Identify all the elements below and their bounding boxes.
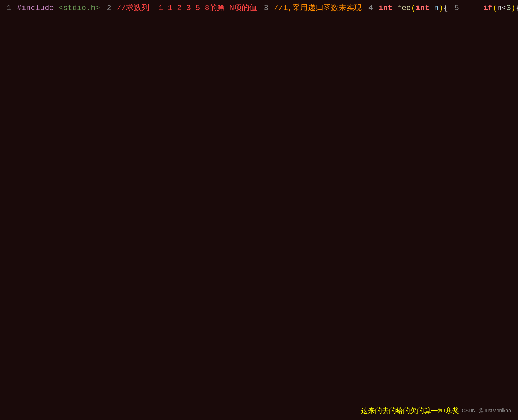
line-number: 4 — [362, 3, 379, 14]
code-line: 5 if(n<3){ — [448, 3, 518, 14]
line-code: //求数列 1 1 2 3 5 8的第 N项的值 — [117, 3, 257, 14]
footer-text: 这来的去的给的欠的算一种寒奖 — [361, 406, 459, 416]
footer-author: @JustMonikaa — [478, 407, 511, 414]
code-line: 3//1,采用递归函数来实现 — [257, 3, 362, 14]
code-line: 2//求数列 1 1 2 3 5 8的第 N项的值 — [100, 3, 257, 14]
line-code: #include <stdio.h> — [17, 3, 100, 14]
line-number: 1 — [0, 3, 17, 14]
footer-csdn: CSDN — [462, 407, 476, 414]
code-line: 4int fee(int n){ — [362, 3, 448, 14]
line-number: 3 — [257, 3, 274, 14]
line-code: int fee(int n){ — [379, 3, 448, 14]
code-line: 1#include <stdio.h> — [0, 3, 100, 14]
code-editor: 1#include <stdio.h>2//求数列 1 1 2 3 5 8的第 … — [0, 0, 518, 17]
line-code: //1,采用递归函数来实现 — [274, 3, 362, 14]
line-number: 2 — [100, 3, 117, 14]
line-code: if(n<3){ — [465, 3, 518, 14]
footer-note: 这来的去的给的欠的算一种寒奖 CSDN @JustMonikaa — [361, 406, 511, 416]
line-number: 5 — [448, 3, 465, 14]
